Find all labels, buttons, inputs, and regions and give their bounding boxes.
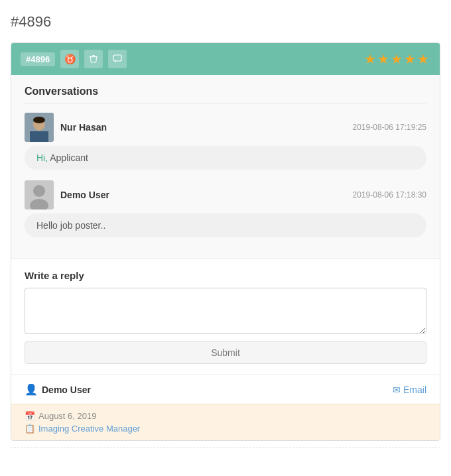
- conversations-section: Conversations: [11, 75, 440, 259]
- message-block-1: Nur Hasan 2019-08-06 17:19:25 Hi, Applic…: [25, 113, 426, 170]
- silhouette-avatar: [25, 180, 54, 209]
- briefcase-icon: 📋: [25, 424, 35, 434]
- message-author-2: Demo User: [25, 180, 109, 209]
- card-header: #4896 ♉ ★★★★★: [11, 43, 440, 75]
- svg-point-6: [33, 117, 45, 123]
- svg-rect-4: [30, 131, 48, 142]
- comment-icon-button[interactable]: [108, 50, 127, 68]
- bubble-text-1: Applicant: [50, 152, 88, 163]
- ticket-badge: #4896: [21, 52, 55, 66]
- message-time-2: 2019-08-06 17:18:30: [353, 190, 426, 200]
- email-label: Email: [403, 385, 426, 395]
- svg-rect-1: [92, 55, 95, 56]
- email-link[interactable]: ✉ Email: [393, 385, 426, 395]
- calendar-icon: 📅: [25, 411, 35, 421]
- bottom-divider: [11, 447, 440, 448]
- message-meta-1: Nur Hasan 2019-08-06 17:19:25: [25, 113, 426, 142]
- message-meta-2: Demo User 2019-08-06 17:18:30: [25, 180, 426, 209]
- message-block-2: Demo User 2019-08-06 17:18:30 Hello job …: [25, 180, 426, 237]
- message-time-1: 2019-08-06 17:19:25: [353, 123, 426, 132]
- email-icon: ✉: [393, 385, 401, 395]
- card-body: Conversations: [11, 75, 440, 440]
- highlight-text: Hi,: [36, 152, 48, 163]
- author-name-2: Demo User: [60, 190, 109, 200]
- submit-button[interactable]: Submit: [25, 341, 426, 364]
- page-title: #4896: [11, 13, 440, 30]
- message-bubble-1: Hi, Applicant: [25, 146, 426, 170]
- user-icon: 👤: [25, 383, 38, 396]
- header-left: #4896 ♉: [21, 50, 127, 68]
- job-title-row: 📋 Imaging Creative Manager: [25, 424, 426, 434]
- avatar-demo-user: [25, 180, 54, 209]
- trash-icon-button[interactable]: [84, 50, 103, 68]
- job-date: 📅 August 6, 2019: [25, 411, 426, 421]
- reply-title: Write a reply: [25, 270, 426, 281]
- reply-section: Write a reply Submit: [11, 259, 440, 375]
- svg-point-8: [33, 185, 45, 197]
- user-name: Demo User: [42, 385, 91, 395]
- avatar-nur-hasan: [25, 113, 54, 142]
- job-info-bar: 📅 August 6, 2019 📋 Imaging Creative Mana…: [11, 404, 440, 440]
- job-title-text: Imaging Creative Manager: [38, 424, 140, 434]
- author-name-1: Nur Hasan: [60, 122, 107, 133]
- page-wrapper: #4896 #4896 ♉: [0, 0, 451, 461]
- ticket-card: #4896 ♉ ★★★★★: [11, 42, 440, 441]
- taurus-icon-button[interactable]: ♉: [60, 50, 79, 68]
- star-rating: ★★★★★: [364, 51, 430, 67]
- reply-textarea[interactable]: [25, 288, 426, 334]
- job-date-text: August 6, 2019: [38, 411, 96, 421]
- svg-rect-2: [113, 55, 121, 61]
- user-info-bar: 👤 Demo User ✉ Email: [11, 375, 440, 404]
- message-author-1: Nur Hasan: [25, 113, 107, 142]
- user-info-left: 👤 Demo User: [25, 383, 91, 396]
- message-bubble-2: Hello job poster..: [25, 213, 426, 237]
- conversations-title: Conversations: [25, 86, 426, 103]
